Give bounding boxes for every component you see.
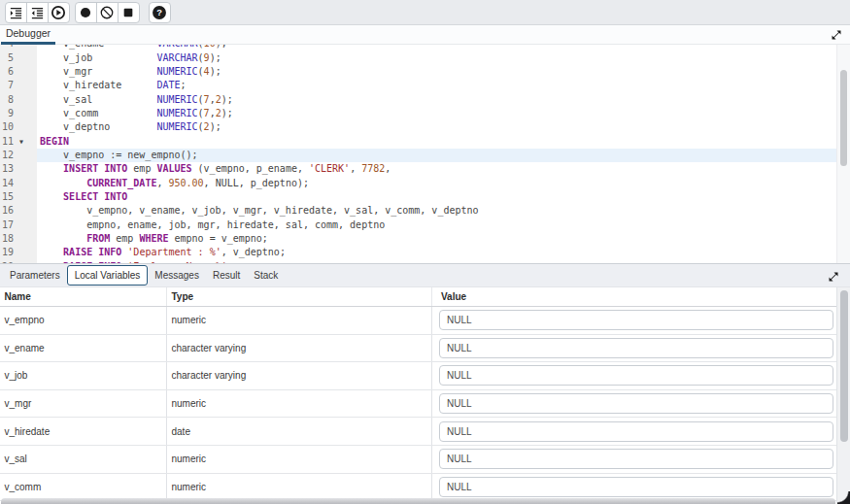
variable-name-cell: v_job bbox=[0, 362, 167, 389]
line-number[interactable]: 7 bbox=[0, 79, 14, 92]
panel-tab-messages[interactable]: Messages bbox=[148, 265, 206, 286]
variable-name-cell: v_hiredate bbox=[0, 418, 167, 445]
code-text: v_mgr NUMERIC(4); bbox=[37, 65, 836, 79]
column-header-name[interactable]: Name bbox=[0, 287, 167, 306]
fold-gutter bbox=[14, 190, 37, 204]
line-number[interactable]: 10 bbox=[0, 120, 14, 134]
fold-gutter bbox=[14, 232, 37, 246]
panel-tab-local-variables[interactable]: Local Variables bbox=[67, 265, 149, 286]
fold-marker-icon[interactable]: ▾ bbox=[14, 135, 37, 149]
grid-vertical-scrollbar[interactable] bbox=[836, 287, 850, 504]
line-number[interactable]: 8 bbox=[0, 93, 14, 107]
fold-gutter bbox=[14, 107, 37, 120]
grid-horizontal-scrollbar-thumb[interactable] bbox=[1, 498, 835, 504]
panel-tab-stack[interactable]: Stack bbox=[247, 265, 285, 286]
toggle-breakpoint-button[interactable] bbox=[75, 2, 97, 23]
variable-value-input[interactable] bbox=[439, 449, 833, 469]
variable-name-cell: v_ename bbox=[0, 335, 167, 362]
help-button[interactable]: ? bbox=[149, 2, 171, 23]
line-number[interactable]: 11 bbox=[0, 135, 14, 149]
debugger-panel-tabbar: ParametersLocal VariablesMessagesResultS… bbox=[0, 264, 850, 287]
variable-type-cell: character varying bbox=[167, 335, 432, 362]
fold-gutter bbox=[14, 79, 37, 92]
variable-name-cell: v_empno bbox=[0, 307, 167, 334]
code-line: 11▾BEGIN bbox=[0, 135, 836, 149]
line-number[interactable]: 15 bbox=[0, 190, 14, 204]
variable-name-cell: v_comm bbox=[0, 474, 167, 501]
line-number[interactable]: 6 bbox=[0, 65, 14, 79]
variable-value-cell bbox=[432, 418, 836, 445]
variable-type-cell: character varying bbox=[167, 362, 432, 389]
code-text: v_sal NUMERIC(7,2); bbox=[37, 93, 836, 107]
debugger-toolbar: ? bbox=[0, 0, 850, 25]
variable-value-input[interactable] bbox=[439, 310, 833, 330]
tab-debugger-label: Debugger bbox=[6, 27, 51, 39]
fold-gutter bbox=[14, 51, 37, 65]
variable-value-input[interactable] bbox=[439, 365, 833, 386]
code-line-current: 12 v_empno := new_empno(); bbox=[0, 149, 836, 162]
clear-all-breakpoints-button[interactable] bbox=[96, 2, 119, 23]
code-text: RAISE INFO 'Department : %', v_deptno; bbox=[37, 246, 836, 259]
fold-gutter bbox=[14, 65, 37, 79]
variable-row: v_mgrnumeric bbox=[0, 390, 836, 419]
variable-name-cell: v_mgr bbox=[0, 390, 167, 418]
line-number[interactable]: 13 bbox=[0, 162, 14, 176]
tab-debugger[interactable]: Debugger bbox=[1, 25, 55, 45]
breakpoint-buttons-group bbox=[75, 2, 140, 23]
step-buttons-group bbox=[5, 2, 70, 23]
variable-row: v_salnumeric bbox=[0, 446, 836, 474]
step-over-icon bbox=[30, 6, 45, 20]
code-text: BEGIN bbox=[37, 135, 836, 149]
line-number[interactable]: 19 bbox=[0, 246, 14, 259]
editor-vertical-scrollbar-thumb[interactable] bbox=[840, 70, 847, 166]
line-number[interactable]: 9 bbox=[0, 107, 14, 120]
code-line: 9 v_comm NUMERIC(7,2); bbox=[0, 107, 836, 120]
code-line: 6 v_mgr NUMERIC(4); bbox=[0, 65, 836, 79]
variable-type-cell: numeric bbox=[167, 390, 432, 418]
panel-tab-result[interactable]: Result bbox=[206, 265, 247, 286]
variable-value-input[interactable] bbox=[439, 421, 833, 442]
variable-row: v_empnonumeric bbox=[0, 307, 836, 335]
editor-expand-icon[interactable] bbox=[831, 27, 842, 39]
window-corner bbox=[837, 491, 850, 504]
variable-value-input[interactable] bbox=[439, 393, 833, 414]
code-text: v_hiredate DATE; bbox=[37, 79, 836, 92]
column-header-type[interactable]: Type bbox=[167, 287, 432, 306]
line-number[interactable]: 5 bbox=[0, 51, 14, 65]
line-number[interactable]: 14 bbox=[0, 177, 14, 190]
help-button-group: ? bbox=[149, 2, 171, 23]
fold-gutter bbox=[14, 162, 37, 176]
code-line: 19 RAISE INFO 'Department : %', v_deptno… bbox=[0, 246, 836, 259]
continue-button[interactable] bbox=[48, 2, 70, 23]
panel-expand-icon[interactable] bbox=[828, 269, 839, 281]
stop-button[interactable] bbox=[118, 2, 140, 23]
variable-value-input[interactable] bbox=[439, 477, 833, 497]
step-into-button[interactable] bbox=[5, 2, 27, 23]
code-text: FROM emp WHERE empno = v_empno; bbox=[37, 232, 836, 246]
document-tabbar: Debugger bbox=[0, 25, 850, 45]
grid-header-row: Name Type Value bbox=[0, 287, 836, 307]
code-line: 8 v_sal NUMERIC(7,2); bbox=[0, 93, 836, 107]
variable-value-cell bbox=[432, 307, 836, 334]
variable-row: v_enamecharacter varying bbox=[0, 335, 836, 363]
toggle-breakpoint-icon bbox=[78, 5, 93, 20]
step-over-button[interactable] bbox=[26, 2, 49, 23]
variable-value-cell bbox=[432, 362, 836, 389]
code-text: v_deptno NUMERIC(2); bbox=[37, 120, 836, 134]
line-number[interactable]: 12 bbox=[0, 149, 14, 162]
column-header-value[interactable]: Value bbox=[432, 287, 836, 306]
variable-value-cell bbox=[432, 390, 836, 418]
code-line: 10 v_deptno NUMERIC(2); bbox=[0, 120, 836, 134]
local-variables-grid: Name Type Value v_empnonumericv_enamecha… bbox=[0, 287, 836, 504]
clear-all-breakpoints-icon bbox=[99, 5, 115, 20]
line-number[interactable]: 17 bbox=[0, 218, 14, 232]
panel-tab-parameters[interactable]: Parameters bbox=[3, 265, 67, 286]
sql-code-editor[interactable]: 4 v_ename VARCHAR(10);5 v_job VARCHAR(9)… bbox=[0, 45, 836, 263]
code-line: 13 INSERT INTO emp VALUES (v_empno, p_en… bbox=[0, 162, 836, 176]
variable-value-input[interactable] bbox=[439, 338, 833, 358]
line-number[interactable]: 18 bbox=[0, 232, 14, 246]
grid-vertical-scrollbar-thumb[interactable] bbox=[840, 290, 848, 442]
line-number[interactable]: 16 bbox=[0, 204, 14, 218]
editor-vertical-scrollbar[interactable] bbox=[836, 45, 850, 263]
grid-horizontal-scrollbar[interactable] bbox=[0, 498, 836, 504]
